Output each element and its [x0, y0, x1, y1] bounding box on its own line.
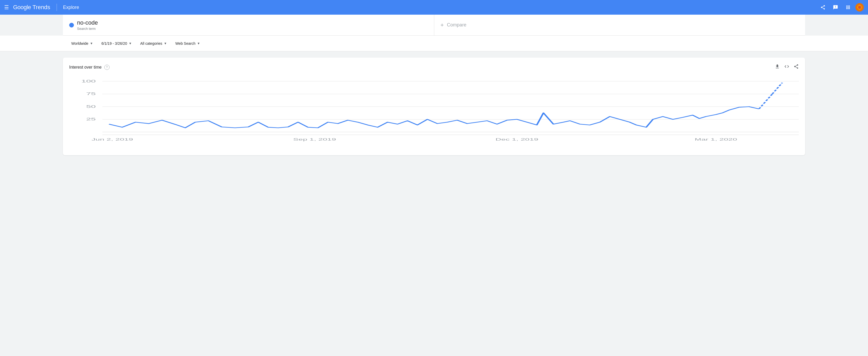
- svg-line-13: [772, 83, 782, 94]
- term-name: no-code: [77, 20, 98, 26]
- apps-button[interactable]: [843, 2, 853, 12]
- embed-button[interactable]: [784, 64, 789, 70]
- logo: Google Trends: [13, 4, 50, 11]
- feedback-button[interactable]: [830, 2, 841, 12]
- location-label: Worldwide: [71, 41, 88, 45]
- help-icon[interactable]: ?: [104, 65, 110, 70]
- user-avatar[interactable]: [856, 3, 864, 11]
- chart-actions: [775, 64, 799, 70]
- location-filter[interactable]: Worldwide ▼: [68, 39, 96, 48]
- search-type-chevron-icon: ▼: [197, 42, 200, 45]
- date-chevron-icon: ▼: [129, 42, 132, 45]
- compare-label: Compare: [447, 22, 466, 28]
- svg-text:50: 50: [86, 104, 96, 109]
- svg-text:Mar 1, 2020: Mar 1, 2020: [695, 137, 737, 141]
- category-label: All categories: [140, 41, 162, 45]
- compare-plus-icon: +: [440, 22, 444, 29]
- header-divider: [57, 4, 57, 11]
- chart-title-area: Interest over time ?: [69, 65, 110, 70]
- location-chevron-icon: ▼: [90, 42, 93, 45]
- svg-text:Jun 2, 2019: Jun 2, 2019: [91, 137, 133, 141]
- chart-area: 100 75 50 25 Jun 2, 2019 Sep 1, 2019 Dec…: [69, 76, 799, 149]
- search-term-box[interactable]: no-code Search term: [63, 15, 434, 35]
- trend-line-chart: 100 75 50 25 Jun 2, 2019 Sep 1, 2019 Dec…: [69, 76, 799, 149]
- svg-text:75: 75: [86, 92, 96, 96]
- share-button[interactable]: [818, 2, 828, 12]
- app-header: ☰ Google Trends Explore: [0, 0, 868, 15]
- svg-point-2: [858, 6, 861, 9]
- trends-wordmark: Trends: [32, 4, 50, 11]
- filters-bar: Worldwide ▼ 6/1/19 - 3/26/20 ▼ All categ…: [0, 36, 868, 51]
- header-actions: [818, 2, 864, 12]
- google-wordmark: Google: [13, 4, 31, 11]
- main-content: Interest over time ?: [0, 51, 868, 162]
- menu-icon[interactable]: ☰: [4, 4, 9, 10]
- search-type-label: Web Search: [175, 41, 195, 45]
- term-type: Search term: [77, 27, 98, 31]
- term-color-dot: [69, 23, 74, 28]
- category-filter[interactable]: All categories ▼: [137, 39, 170, 48]
- term-info: no-code Search term: [77, 20, 98, 31]
- share-chart-button[interactable]: [794, 64, 799, 70]
- date-filter[interactable]: 6/1/19 - 3/26/20 ▼: [98, 39, 135, 48]
- svg-text:25: 25: [86, 117, 96, 121]
- interest-over-time-card: Interest over time ?: [63, 58, 805, 155]
- search-type-filter[interactable]: Web Search ▼: [172, 39, 204, 48]
- category-chevron-icon: ▼: [164, 42, 167, 45]
- chart-title: Interest over time: [69, 65, 102, 70]
- download-button[interactable]: [775, 64, 780, 70]
- svg-text:Dec 1, 2019: Dec 1, 2019: [496, 137, 538, 141]
- svg-text:Sep 1, 2019: Sep 1, 2019: [293, 137, 336, 141]
- search-area: no-code Search term + Compare: [63, 15, 805, 36]
- explore-label: Explore: [63, 5, 79, 10]
- date-label: 6/1/19 - 3/26/20: [101, 41, 127, 45]
- compare-box[interactable]: + Compare: [434, 15, 805, 35]
- chart-header: Interest over time ?: [69, 64, 799, 70]
- svg-text:100: 100: [81, 79, 96, 83]
